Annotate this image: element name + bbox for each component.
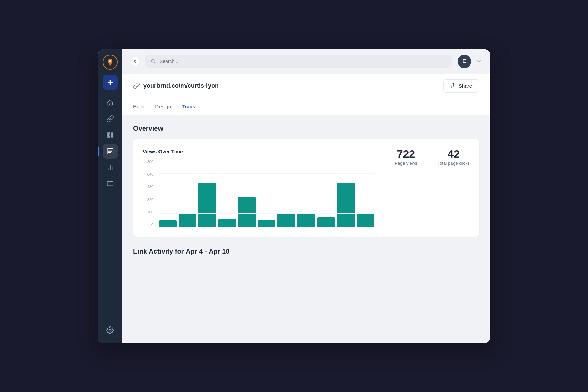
chart-wrapper: 0 160 320 480 640 800 — [143, 160, 374, 227]
bar-10 — [357, 213, 375, 227]
y-label-160: 160 — [147, 210, 153, 214]
sidebar-item-settings[interactable] — [103, 323, 118, 338]
content-area: yourbrnd.co/m/curtis-lyon Share Build De… — [122, 74, 490, 343]
total-clicks-value: 42 — [438, 149, 470, 159]
y-label-0: 0 — [151, 223, 153, 227]
svg-rect-9 — [112, 133, 113, 134]
y-label-800: 800 — [147, 160, 153, 164]
bar-4 — [238, 197, 256, 227]
chart-section: Views Over Time 0 160 320 480 640 800 — [143, 149, 374, 227]
page-views-value: 722 — [395, 149, 417, 159]
bar-5 — [258, 220, 276, 228]
user-avatar[interactable]: C — [458, 55, 471, 68]
bar-7 — [297, 213, 315, 227]
stats-numbers: 722 Page views 42 Total page clicks — [395, 149, 470, 166]
svg-rect-8 — [108, 133, 109, 134]
page-views-stat: 722 Page views — [395, 149, 417, 166]
total-clicks-label: Total page clicks — [438, 161, 470, 166]
sidebar-logo[interactable] — [103, 55, 118, 70]
bar-9 — [337, 183, 355, 228]
share-button-label: Share — [459, 83, 472, 89]
user-dropdown-icon[interactable] — [476, 59, 482, 64]
page-views-label: Page views — [395, 161, 417, 166]
sidebar-item-qr[interactable] — [103, 128, 118, 142]
total-clicks-stat: 42 Total page clicks — [438, 149, 470, 166]
search-input[interactable] — [160, 59, 447, 64]
svg-rect-5 — [112, 135, 113, 136]
search-bar[interactable] — [145, 55, 452, 68]
svg-point-12 — [109, 329, 111, 331]
sidebar-item-starred[interactable] — [103, 176, 118, 191]
link-icon — [133, 82, 140, 89]
active-indicator — [98, 147, 99, 156]
svg-point-0 — [109, 60, 111, 62]
link-activity-title: Link Activity for Apr 4 - Apr 10 — [133, 247, 479, 255]
tab-design[interactable]: Design — [155, 98, 171, 115]
bar-2 — [198, 183, 216, 228]
share-icon — [450, 83, 456, 88]
bar-8 — [317, 217, 335, 227]
page-url-text: yourbrnd.co/m/curtis-lyon — [143, 82, 219, 89]
sidebar — [98, 49, 122, 343]
bar-6 — [277, 213, 295, 228]
svg-rect-6 — [111, 137, 112, 138]
svg-rect-4 — [111, 135, 112, 136]
bar-0 — [159, 220, 177, 227]
inner-content: Overview Views Over Time 0 160 320 480 — [122, 115, 490, 265]
header: C — [122, 49, 490, 74]
collapse-sidebar-button[interactable] — [130, 57, 140, 66]
sidebar-item-pages[interactable] — [103, 144, 118, 159]
content-header: yourbrnd.co/m/curtis-lyon Share — [122, 74, 490, 98]
sidebar-item-home[interactable] — [103, 95, 118, 110]
y-label-640: 640 — [147, 172, 153, 176]
page-url-section: yourbrnd.co/m/curtis-lyon — [133, 82, 219, 89]
overview-title: Overview — [133, 125, 479, 132]
chart-title: Views Over Time — [143, 149, 374, 154]
tab-build[interactable]: Build — [133, 98, 144, 115]
sidebar-item-links[interactable] — [103, 111, 118, 126]
stats-card: Views Over Time 0 160 320 480 640 800 — [133, 139, 479, 237]
sidebar-nav — [98, 95, 122, 191]
svg-rect-10 — [108, 136, 109, 137]
tab-track[interactable]: Track — [182, 98, 195, 115]
share-button[interactable]: Share — [443, 79, 479, 93]
bar-1 — [179, 213, 197, 227]
sidebar-item-analytics[interactable] — [103, 160, 118, 175]
search-icon — [151, 59, 156, 64]
bar-3 — [218, 219, 236, 227]
y-axis: 0 160 320 480 640 800 — [143, 160, 153, 227]
chart-area — [159, 160, 374, 227]
add-button[interactable] — [103, 75, 118, 90]
tabs-bar: Build Design Track — [122, 98, 490, 115]
y-label-320: 320 — [147, 198, 153, 202]
y-label-480: 480 — [147, 185, 153, 189]
main-content: C yourbrnd.co/m/curtis-lyon — [122, 49, 490, 343]
stats-top: Views Over Time 0 160 320 480 640 800 — [143, 149, 470, 227]
svg-rect-7 — [112, 137, 113, 138]
